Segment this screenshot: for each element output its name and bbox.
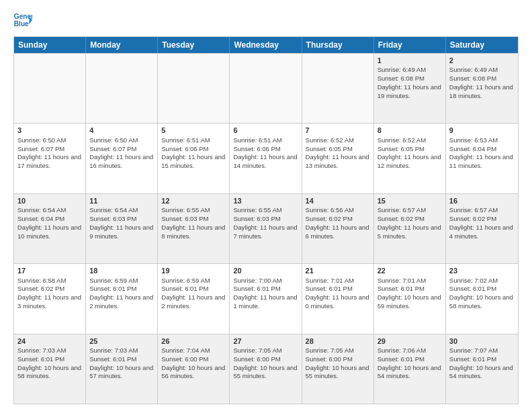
day-cell-7: 7Sunrise: 6:52 AM Sunset: 6:05 PM Daylig… bbox=[302, 124, 374, 193]
calendar-header: SundayMondayTuesdayWednesdayThursdayFrid… bbox=[14, 37, 518, 53]
calendar-week-5: 24Sunrise: 7:03 AM Sunset: 6:01 PM Dayli… bbox=[14, 334, 518, 404]
header-day-monday: Monday bbox=[86, 37, 158, 53]
day-cell-16: 16Sunrise: 6:57 AM Sunset: 6:02 PM Dayli… bbox=[446, 194, 518, 263]
empty-cell bbox=[86, 54, 158, 123]
day-info: Sunrise: 7:05 AM Sunset: 6:00 PM Dayligh… bbox=[233, 347, 298, 381]
day-number: 12 bbox=[161, 196, 226, 205]
day-info: Sunrise: 6:52 AM Sunset: 6:05 PM Dayligh… bbox=[378, 136, 442, 171]
day-cell-22: 22Sunrise: 7:01 AM Sunset: 6:01 PM Dayli… bbox=[374, 264, 446, 333]
day-info: Sunrise: 6:55 AM Sunset: 6:03 PM Dayligh… bbox=[233, 206, 298, 240]
day-info: Sunrise: 6:49 AM Sunset: 6:08 PM Dayligh… bbox=[449, 66, 515, 100]
svg-text:Blue: Blue bbox=[14, 20, 29, 28]
day-number: 11 bbox=[89, 196, 154, 205]
day-number: 26 bbox=[161, 336, 226, 346]
day-info: Sunrise: 7:01 AM Sunset: 6:01 PM Dayligh… bbox=[306, 277, 370, 311]
header-day-friday: Friday bbox=[374, 37, 446, 53]
day-cell-28: 28Sunrise: 7:05 AM Sunset: 6:00 PM Dayli… bbox=[302, 334, 374, 404]
day-cell-19: 19Sunrise: 6:59 AM Sunset: 6:01 PM Dayli… bbox=[158, 264, 230, 333]
day-number: 8 bbox=[378, 126, 442, 135]
day-cell-20: 20Sunrise: 7:00 AM Sunset: 6:01 PM Dayli… bbox=[230, 264, 302, 333]
day-number: 19 bbox=[161, 266, 226, 275]
day-info: Sunrise: 7:04 AM Sunset: 6:00 PM Dayligh… bbox=[161, 347, 226, 381]
empty-cell bbox=[158, 54, 230, 123]
day-cell-4: 4Sunrise: 6:50 AM Sunset: 6:07 PM Daylig… bbox=[86, 124, 158, 193]
day-cell-18: 18Sunrise: 6:59 AM Sunset: 6:01 PM Dayli… bbox=[86, 264, 158, 333]
day-info: Sunrise: 7:05 AM Sunset: 6:00 PM Dayligh… bbox=[306, 347, 370, 381]
day-info: Sunrise: 7:02 AM Sunset: 6:01 PM Dayligh… bbox=[449, 277, 515, 311]
day-number: 2 bbox=[449, 56, 515, 65]
day-info: Sunrise: 7:03 AM Sunset: 6:01 PM Dayligh… bbox=[17, 347, 82, 381]
day-number: 24 bbox=[17, 336, 82, 346]
day-info: Sunrise: 7:07 AM Sunset: 6:01 PM Dayligh… bbox=[449, 347, 515, 381]
empty-cell bbox=[230, 54, 302, 123]
day-number: 10 bbox=[17, 196, 82, 205]
empty-cell bbox=[302, 54, 374, 123]
day-number: 5 bbox=[161, 126, 226, 135]
header-day-saturday: Saturday bbox=[446, 37, 518, 53]
day-cell-21: 21Sunrise: 7:01 AM Sunset: 6:01 PM Dayli… bbox=[302, 264, 374, 333]
day-cell-25: 25Sunrise: 7:03 AM Sunset: 6:01 PM Dayli… bbox=[86, 334, 158, 404]
day-info: Sunrise: 6:52 AM Sunset: 6:05 PM Dayligh… bbox=[306, 136, 370, 171]
day-cell-26: 26Sunrise: 7:04 AM Sunset: 6:00 PM Dayli… bbox=[158, 334, 230, 404]
day-cell-9: 9Sunrise: 6:53 AM Sunset: 6:04 PM Daylig… bbox=[446, 124, 518, 193]
day-cell-27: 27Sunrise: 7:05 AM Sunset: 6:00 PM Dayli… bbox=[230, 334, 302, 404]
day-number: 21 bbox=[306, 266, 370, 275]
header-day-tuesday: Tuesday bbox=[158, 37, 230, 53]
day-cell-13: 13Sunrise: 6:55 AM Sunset: 6:03 PM Dayli… bbox=[230, 194, 302, 263]
day-info: Sunrise: 6:57 AM Sunset: 6:02 PM Dayligh… bbox=[449, 206, 515, 240]
header-day-sunday: Sunday bbox=[14, 37, 86, 53]
day-info: Sunrise: 6:55 AM Sunset: 6:03 PM Dayligh… bbox=[161, 206, 226, 240]
day-info: Sunrise: 6:57 AM Sunset: 6:02 PM Dayligh… bbox=[378, 206, 442, 240]
day-cell-17: 17Sunrise: 6:58 AM Sunset: 6:02 PM Dayli… bbox=[14, 264, 86, 333]
day-number: 14 bbox=[306, 196, 370, 205]
day-cell-24: 24Sunrise: 7:03 AM Sunset: 6:01 PM Dayli… bbox=[14, 334, 86, 404]
calendar-week-4: 17Sunrise: 6:58 AM Sunset: 6:02 PM Dayli… bbox=[14, 263, 518, 333]
calendar: SundayMondayTuesdayWednesdayThursdayFrid… bbox=[13, 36, 519, 404]
day-info: Sunrise: 6:51 AM Sunset: 6:06 PM Dayligh… bbox=[233, 136, 298, 171]
day-number: 22 bbox=[378, 266, 442, 275]
day-number: 15 bbox=[378, 196, 442, 205]
day-cell-8: 8Sunrise: 6:52 AM Sunset: 6:05 PM Daylig… bbox=[374, 124, 446, 193]
day-number: 16 bbox=[449, 196, 515, 205]
day-cell-10: 10Sunrise: 6:54 AM Sunset: 6:04 PM Dayli… bbox=[14, 194, 86, 263]
day-cell-14: 14Sunrise: 6:56 AM Sunset: 6:02 PM Dayli… bbox=[302, 194, 374, 263]
day-number: 30 bbox=[449, 336, 515, 346]
day-cell-15: 15Sunrise: 6:57 AM Sunset: 6:02 PM Dayli… bbox=[374, 194, 446, 263]
calendar-body: 1Sunrise: 6:49 AM Sunset: 6:08 PM Daylig… bbox=[14, 53, 518, 404]
day-number: 3 bbox=[17, 126, 82, 135]
header-day-wednesday: Wednesday bbox=[230, 37, 302, 53]
day-cell-30: 30Sunrise: 7:07 AM Sunset: 6:01 PM Dayli… bbox=[446, 334, 518, 404]
day-cell-2: 2Sunrise: 6:49 AM Sunset: 6:08 PM Daylig… bbox=[446, 54, 518, 123]
header-day-thursday: Thursday bbox=[302, 37, 374, 53]
day-number: 29 bbox=[378, 336, 442, 346]
day-info: Sunrise: 7:01 AM Sunset: 6:01 PM Dayligh… bbox=[378, 277, 442, 311]
calendar-week-2: 3Sunrise: 6:50 AM Sunset: 6:07 PM Daylig… bbox=[14, 123, 518, 193]
logo-icon: General Blue bbox=[13, 11, 32, 30]
day-cell-12: 12Sunrise: 6:55 AM Sunset: 6:03 PM Dayli… bbox=[158, 194, 230, 263]
calendar-week-1: 1Sunrise: 6:49 AM Sunset: 6:08 PM Daylig… bbox=[14, 53, 518, 123]
day-info: Sunrise: 6:50 AM Sunset: 6:07 PM Dayligh… bbox=[89, 136, 154, 171]
day-info: Sunrise: 6:58 AM Sunset: 6:02 PM Dayligh… bbox=[17, 277, 82, 311]
day-number: 4 bbox=[89, 126, 154, 135]
day-info: Sunrise: 6:53 AM Sunset: 6:04 PM Dayligh… bbox=[449, 136, 515, 171]
day-cell-11: 11Sunrise: 6:54 AM Sunset: 6:03 PM Dayli… bbox=[86, 194, 158, 263]
day-info: Sunrise: 7:06 AM Sunset: 6:01 PM Dayligh… bbox=[378, 347, 442, 381]
day-info: Sunrise: 6:49 AM Sunset: 6:08 PM Dayligh… bbox=[378, 66, 442, 100]
day-info: Sunrise: 6:59 AM Sunset: 6:01 PM Dayligh… bbox=[89, 277, 154, 311]
calendar-week-3: 10Sunrise: 6:54 AM Sunset: 6:04 PM Dayli… bbox=[14, 193, 518, 263]
day-cell-1: 1Sunrise: 6:49 AM Sunset: 6:08 PM Daylig… bbox=[374, 54, 446, 123]
day-cell-6: 6Sunrise: 6:51 AM Sunset: 6:06 PM Daylig… bbox=[230, 124, 302, 193]
day-number: 9 bbox=[449, 126, 515, 135]
day-number: 18 bbox=[89, 266, 154, 275]
day-cell-5: 5Sunrise: 6:51 AM Sunset: 6:06 PM Daylig… bbox=[158, 124, 230, 193]
day-number: 28 bbox=[306, 336, 370, 346]
day-number: 17 bbox=[17, 266, 82, 275]
day-cell-29: 29Sunrise: 7:06 AM Sunset: 6:01 PM Dayli… bbox=[374, 334, 446, 404]
day-info: Sunrise: 7:03 AM Sunset: 6:01 PM Dayligh… bbox=[89, 347, 154, 381]
day-number: 20 bbox=[233, 266, 298, 275]
day-info: Sunrise: 6:54 AM Sunset: 6:04 PM Dayligh… bbox=[17, 206, 82, 240]
empty-cell bbox=[14, 54, 86, 123]
day-info: Sunrise: 6:50 AM Sunset: 6:07 PM Dayligh… bbox=[17, 136, 82, 171]
logo: General Blue bbox=[13, 11, 32, 30]
day-number: 25 bbox=[89, 336, 154, 346]
